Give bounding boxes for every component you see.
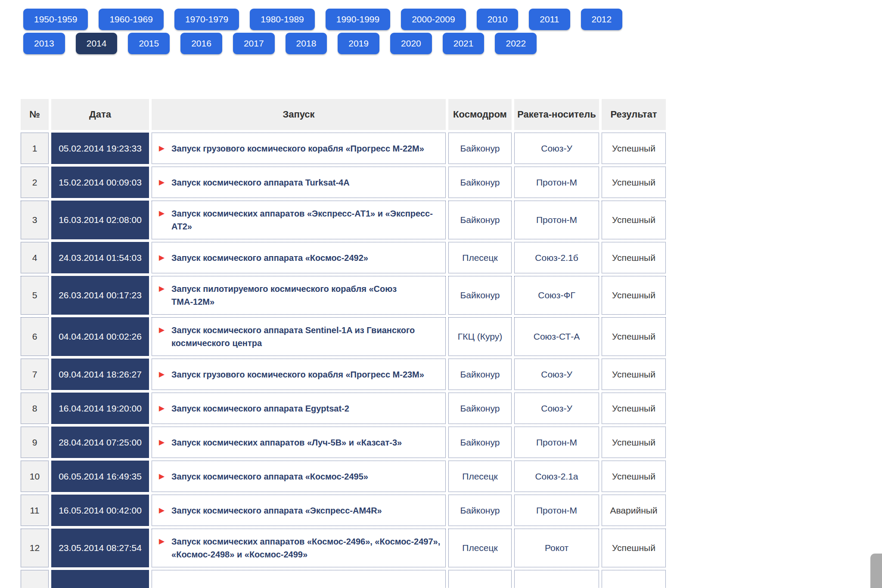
year-filter-button-2022[interactable]: 2022 bbox=[495, 33, 537, 54]
row-number-cell bbox=[21, 570, 49, 588]
column-header: Результат bbox=[602, 99, 666, 130]
row-number-cell: 5 bbox=[21, 276, 49, 315]
launch-cell: ▶Запуск грузового космического корабля «… bbox=[152, 133, 446, 164]
year-filter-button-2020[interactable]: 2020 bbox=[390, 33, 432, 54]
rocket-cell: Союз-У bbox=[514, 359, 599, 390]
year-filter-button-2017[interactable]: 2017 bbox=[233, 33, 275, 54]
launch-link[interactable]: Запуск космических аппаратов «Космос-249… bbox=[171, 535, 441, 561]
year-filter-button-2014[interactable]: 2014 bbox=[76, 33, 118, 54]
launch-marker-icon: ▶ bbox=[159, 176, 165, 189]
cosmodrome-cell: Байконур bbox=[448, 167, 512, 198]
launch-cell: ▶Запуск космического аппарата Turksat-4A bbox=[152, 167, 446, 198]
launch-link[interactable]: Запуск космического аппарата Egyptsat-2 bbox=[171, 402, 349, 415]
launch-marker-icon: ▶ bbox=[159, 535, 165, 548]
launch-link[interactable]: Запуск космического аппарата «Космос-249… bbox=[171, 470, 368, 483]
result-cell: Успешный bbox=[602, 133, 666, 164]
cosmodrome-cell: Байконур bbox=[448, 393, 512, 424]
date-cell: 04.04.2014 00:02:26 bbox=[51, 317, 149, 356]
year-filter-button-1980-1989[interactable]: 1980-1989 bbox=[250, 9, 314, 30]
launch-link[interactable]: Запуск грузового космического корабля «П… bbox=[171, 142, 424, 155]
year-filter-button-2013[interactable]: 2013 bbox=[23, 33, 65, 54]
row-number-cell: 3 bbox=[21, 201, 49, 239]
launch-link[interactable]: Запуск пилотируемого космического корабл… bbox=[171, 282, 441, 308]
year-filter-button-2011[interactable]: 2011 bbox=[529, 9, 570, 30]
result-cell: Успешный bbox=[602, 461, 666, 492]
cosmodrome-cell: Байконур bbox=[448, 359, 512, 390]
column-header: № bbox=[21, 99, 49, 130]
date-cell: 16.04.2014 19:20:00 bbox=[51, 393, 149, 424]
year-filter-button-2021[interactable]: 2021 bbox=[443, 33, 484, 54]
launch-cell bbox=[152, 570, 446, 588]
launch-marker-icon: ▶ bbox=[159, 282, 165, 295]
result-cell: Аварийный bbox=[602, 495, 666, 526]
cosmodrome-cell: Байконур bbox=[448, 133, 512, 164]
year-filter-button-2000-2009[interactable]: 2000-2009 bbox=[401, 9, 466, 30]
table-row: 526.03.2014 00:17:23▶Запуск пилотируемог… bbox=[21, 276, 666, 315]
launch-link[interactable]: Запуск космического аппарата «Космос-249… bbox=[171, 251, 368, 264]
launch-cell: ▶Запуск космического аппарата «Космос-24… bbox=[152, 461, 446, 492]
result-cell: Успешный bbox=[602, 317, 666, 356]
date-cell: 23.05.2014 08:27:54 bbox=[51, 529, 149, 567]
column-header: Запуск bbox=[152, 99, 446, 130]
launch-cell: ▶Запуск космических аппаратов «Космос-24… bbox=[152, 529, 446, 567]
table-row: 316.03.2014 02:08:00▶Запуск космических … bbox=[21, 201, 666, 239]
table-row: 105.02.2014 19:23:33▶Запуск грузового ко… bbox=[21, 133, 666, 164]
cosmodrome-cell bbox=[448, 570, 512, 588]
row-number-cell: 10 bbox=[21, 461, 49, 492]
row-number-cell: 9 bbox=[21, 427, 49, 458]
launch-marker-icon: ▶ bbox=[159, 251, 165, 264]
row-number-cell: 4 bbox=[21, 242, 49, 273]
rocket-cell bbox=[514, 570, 599, 588]
launch-cell: ▶Запуск космического аппарата «Космос-24… bbox=[152, 242, 446, 273]
rocket-cell: Союз-У bbox=[514, 133, 599, 164]
launch-marker-icon: ▶ bbox=[159, 142, 165, 155]
cosmodrome-cell: Плесецк bbox=[448, 242, 512, 273]
rocket-cell: Союз-2.1а bbox=[514, 461, 599, 492]
result-cell: Успешный bbox=[602, 529, 666, 567]
year-filter-button-1990-1999[interactable]: 1990-1999 bbox=[326, 9, 390, 30]
year-filter-button-1970-1979[interactable]: 1970-1979 bbox=[174, 9, 239, 30]
date-cell: 05.02.2014 19:23:33 bbox=[51, 133, 149, 164]
launch-link[interactable]: Запуск космических аппаратов «Экспресс-А… bbox=[171, 207, 441, 233]
rocket-cell: Рокот bbox=[514, 529, 599, 567]
launch-marker-icon: ▶ bbox=[159, 436, 165, 449]
table-row: 604.04.2014 00:02:26▶Запуск космического… bbox=[21, 317, 666, 356]
result-cell bbox=[602, 570, 666, 588]
table-row bbox=[21, 570, 666, 588]
cosmodrome-cell: Плесецк bbox=[448, 461, 512, 492]
year-filter-button-2016[interactable]: 2016 bbox=[180, 33, 222, 54]
launch-cell: ▶Запуск космического аппарата Egyptsat-2 bbox=[152, 393, 446, 424]
date-cell: 26.03.2014 00:17:23 bbox=[51, 276, 149, 315]
scrollbar-thumb[interactable] bbox=[870, 554, 882, 588]
year-filter-button-1960-1969[interactable]: 1960-1969 bbox=[99, 9, 163, 30]
table-row: 1223.05.2014 08:27:54▶Запуск космических… bbox=[21, 529, 666, 567]
launch-cell: ▶Запуск космического аппарата Sentinel-1… bbox=[152, 317, 446, 356]
launch-link[interactable]: Запуск космических аппаратов «Луч-5В» и … bbox=[171, 436, 402, 449]
date-cell: 16.05.2014 00:42:00 bbox=[51, 495, 149, 526]
rocket-cell: Протон-М bbox=[514, 427, 599, 458]
date-cell: 16.03.2014 02:08:00 bbox=[51, 201, 149, 239]
cosmodrome-cell: Байконур bbox=[448, 276, 512, 315]
launch-link[interactable]: Запуск космического аппарата «Экспресс-А… bbox=[171, 504, 382, 517]
table-row: 816.04.2014 19:20:00▶Запуск космического… bbox=[21, 393, 666, 424]
year-filter-button-2018[interactable]: 2018 bbox=[286, 33, 327, 54]
launch-cell: ▶Запуск космических аппаратов «Луч-5В» и… bbox=[152, 427, 446, 458]
table-row: 1006.05.2014 16:49:35▶Запуск космическог… bbox=[21, 461, 666, 492]
row-number-cell: 7 bbox=[21, 359, 49, 390]
launch-link[interactable]: Запуск грузового космического корабля «П… bbox=[171, 368, 424, 381]
launch-marker-icon: ▶ bbox=[159, 402, 165, 415]
year-filter-button-2010[interactable]: 2010 bbox=[477, 9, 519, 30]
year-filter-button-2015[interactable]: 2015 bbox=[128, 33, 170, 54]
row-number-cell: 8 bbox=[21, 393, 49, 424]
row-number-cell: 12 bbox=[21, 529, 49, 567]
launch-link[interactable]: Запуск космического аппарата Turksat-4A bbox=[171, 176, 350, 189]
table-body: 105.02.2014 19:23:33▶Запуск грузового ко… bbox=[21, 133, 666, 588]
result-cell: Успешный bbox=[602, 201, 666, 239]
year-filter-button-2012[interactable]: 2012 bbox=[581, 9, 623, 30]
row-number-cell: 2 bbox=[21, 167, 49, 198]
launch-link[interactable]: Запуск космического аппарата Sentinel-1A… bbox=[171, 324, 441, 350]
table-row: 928.04.2014 07:25:00▶Запуск космических … bbox=[21, 427, 666, 458]
date-cell: 28.04.2014 07:25:00 bbox=[51, 427, 149, 458]
year-filter-button-2019[interactable]: 2019 bbox=[338, 33, 379, 54]
year-filter-button-1950-1959[interactable]: 1950-1959 bbox=[23, 9, 88, 30]
